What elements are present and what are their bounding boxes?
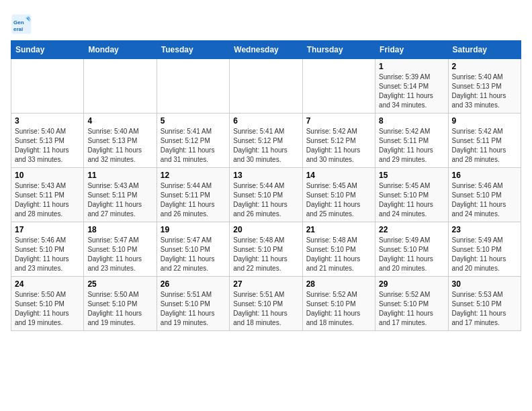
day-info: Sunrise: 5:40 AM Sunset: 5:13 PM Dayligh… [452,73,517,110]
calendar-day-cell: 21Sunrise: 5:48 AM Sunset: 5:10 PM Dayli… [302,222,375,277]
day-number: 13 [233,171,298,180]
day-number: 1 [379,62,444,71]
day-number: 9 [452,116,517,126]
weekday-header-cell: Friday [375,41,448,59]
calendar-day-cell [230,59,302,113]
calendar-day-cell: 23Sunrise: 5:49 AM Sunset: 5:10 PM Dayli… [448,222,521,277]
day-info: Sunrise: 5:44 AM Sunset: 5:10 PM Dayligh… [233,181,298,219]
calendar-day-cell: 29Sunrise: 5:52 AM Sunset: 5:10 PM Dayli… [375,277,448,331]
calendar-week-row: 10Sunrise: 5:43 AM Sunset: 5:11 PM Dayli… [11,168,521,222]
calendar-day-cell: 27Sunrise: 5:51 AM Sunset: 5:10 PM Dayli… [230,277,302,331]
calendar-week-row: 17Sunrise: 5:46 AM Sunset: 5:10 PM Dayli… [11,222,521,277]
calendar-day-cell: 14Sunrise: 5:45 AM Sunset: 5:10 PM Dayli… [302,168,375,222]
day-info: Sunrise: 5:47 AM Sunset: 5:10 PM Dayligh… [161,236,226,273]
calendar-day-cell: 18Sunrise: 5:47 AM Sunset: 5:10 PM Dayli… [84,222,157,277]
day-number: 5 [161,116,226,126]
day-number: 30 [452,279,517,289]
day-info: Sunrise: 5:48 AM Sunset: 5:10 PM Dayligh… [306,236,371,273]
calendar-day-cell: 6Sunrise: 5:41 AM Sunset: 5:12 PM Daylig… [230,113,302,168]
day-info: Sunrise: 5:46 AM Sunset: 5:10 PM Dayligh… [15,236,80,273]
logo-icon: Gen eral [11,13,32,35]
calendar-day-cell: 3Sunrise: 5:40 AM Sunset: 5:13 PM Daylig… [11,113,84,168]
calendar-day-cell: 16Sunrise: 5:46 AM Sunset: 5:10 PM Dayli… [448,168,521,222]
day-info: Sunrise: 5:40 AM Sunset: 5:13 PM Dayligh… [15,127,80,165]
day-number: 6 [233,116,298,126]
calendar-day-cell: 22Sunrise: 5:49 AM Sunset: 5:10 PM Dayli… [375,222,448,277]
day-info: Sunrise: 5:45 AM Sunset: 5:10 PM Dayligh… [379,181,444,219]
day-info: Sunrise: 5:43 AM Sunset: 5:11 PM Dayligh… [15,181,80,219]
day-number: 27 [233,279,298,289]
calendar-day-cell: 13Sunrise: 5:44 AM Sunset: 5:10 PM Dayli… [230,168,302,222]
day-number: 17 [15,225,80,234]
calendar-day-cell: 10Sunrise: 5:43 AM Sunset: 5:11 PM Dayli… [11,168,84,222]
calendar-day-cell: 2Sunrise: 5:40 AM Sunset: 5:13 PM Daylig… [448,59,521,113]
day-info: Sunrise: 5:41 AM Sunset: 5:12 PM Dayligh… [161,127,226,165]
calendar-day-cell: 11Sunrise: 5:43 AM Sunset: 5:11 PM Dayli… [84,168,157,222]
calendar-day-cell: 5Sunrise: 5:41 AM Sunset: 5:12 PM Daylig… [157,113,229,168]
calendar-day-cell: 4Sunrise: 5:40 AM Sunset: 5:13 PM Daylig… [84,113,157,168]
day-number: 4 [87,116,152,126]
weekday-header-cell: Saturday [448,41,521,59]
day-info: Sunrise: 5:52 AM Sunset: 5:10 PM Dayligh… [379,290,444,328]
day-number: 21 [306,225,371,234]
day-number: 22 [379,225,444,234]
day-info: Sunrise: 5:49 AM Sunset: 5:10 PM Dayligh… [379,236,444,273]
day-number: 11 [87,171,152,180]
day-number: 15 [379,171,444,180]
day-info: Sunrise: 5:51 AM Sunset: 5:10 PM Dayligh… [161,290,226,328]
calendar-day-cell [11,59,84,113]
calendar-body: 1Sunrise: 5:39 AM Sunset: 5:14 PM Daylig… [11,59,521,331]
day-info: Sunrise: 5:51 AM Sunset: 5:10 PM Dayligh… [233,290,298,328]
calendar-week-row: 1Sunrise: 5:39 AM Sunset: 5:14 PM Daylig… [11,59,521,113]
day-info: Sunrise: 5:50 AM Sunset: 5:10 PM Dayligh… [15,290,80,328]
day-info: Sunrise: 5:42 AM Sunset: 5:11 PM Dayligh… [379,127,444,165]
day-info: Sunrise: 5:44 AM Sunset: 5:11 PM Dayligh… [161,181,226,219]
calendar-day-cell: 28Sunrise: 5:52 AM Sunset: 5:10 PM Dayli… [302,277,375,331]
day-info: Sunrise: 5:43 AM Sunset: 5:11 PM Dayligh… [87,181,152,219]
day-info: Sunrise: 5:39 AM Sunset: 5:14 PM Dayligh… [379,73,444,110]
day-info: Sunrise: 5:40 AM Sunset: 5:13 PM Dayligh… [87,127,152,165]
day-number: 19 [161,225,226,234]
day-info: Sunrise: 5:50 AM Sunset: 5:10 PM Dayligh… [87,290,152,328]
calendar-day-cell: 20Sunrise: 5:48 AM Sunset: 5:10 PM Dayli… [230,222,302,277]
calendar-day-cell: 7Sunrise: 5:42 AM Sunset: 5:12 PM Daylig… [302,113,375,168]
calendar-day-cell: 15Sunrise: 5:45 AM Sunset: 5:10 PM Dayli… [375,168,448,222]
calendar-day-cell: 17Sunrise: 5:46 AM Sunset: 5:10 PM Dayli… [11,222,84,277]
calendar-week-row: 24Sunrise: 5:50 AM Sunset: 5:10 PM Dayli… [11,277,521,331]
day-number: 20 [233,225,298,234]
day-number: 7 [306,116,371,126]
day-number: 18 [87,225,152,234]
page-header: Gen eral [11,11,521,35]
calendar-day-cell: 12Sunrise: 5:44 AM Sunset: 5:11 PM Dayli… [157,168,229,222]
day-number: 3 [15,116,80,126]
calendar-day-cell: 19Sunrise: 5:47 AM Sunset: 5:10 PM Dayli… [157,222,229,277]
day-number: 2 [452,62,517,71]
calendar-week-row: 3Sunrise: 5:40 AM Sunset: 5:13 PM Daylig… [11,113,521,168]
calendar-day-cell: 25Sunrise: 5:50 AM Sunset: 5:10 PM Dayli… [84,277,157,331]
calendar-day-cell [302,59,375,113]
weekday-header-cell: Sunday [11,41,84,59]
day-info: Sunrise: 5:52 AM Sunset: 5:10 PM Dayligh… [306,290,371,328]
calendar-day-cell: 8Sunrise: 5:42 AM Sunset: 5:11 PM Daylig… [375,113,448,168]
calendar-day-cell: 9Sunrise: 5:42 AM Sunset: 5:11 PM Daylig… [448,113,521,168]
weekday-header-cell: Tuesday [157,41,229,59]
calendar-day-cell: 30Sunrise: 5:53 AM Sunset: 5:10 PM Dayli… [448,277,521,331]
day-info: Sunrise: 5:46 AM Sunset: 5:10 PM Dayligh… [452,181,517,219]
day-number: 28 [306,279,371,289]
day-info: Sunrise: 5:47 AM Sunset: 5:10 PM Dayligh… [87,236,152,273]
day-number: 14 [306,171,371,180]
calendar-day-cell: 24Sunrise: 5:50 AM Sunset: 5:10 PM Dayli… [11,277,84,331]
day-number: 25 [87,279,152,289]
day-number: 10 [15,171,80,180]
logo: Gen eral [11,13,35,35]
calendar-day-cell [84,59,157,113]
day-info: Sunrise: 5:41 AM Sunset: 5:12 PM Dayligh… [233,127,298,165]
weekday-header-row: SundayMondayTuesdayWednesdayThursdayFrid… [11,41,521,59]
day-number: 16 [452,171,517,180]
svg-text:Gen: Gen [13,19,24,26]
calendar-day-cell: 1Sunrise: 5:39 AM Sunset: 5:14 PM Daylig… [375,59,448,113]
day-info: Sunrise: 5:48 AM Sunset: 5:10 PM Dayligh… [233,236,298,273]
day-number: 12 [161,171,226,180]
day-number: 8 [379,116,444,126]
weekday-header-cell: Wednesday [230,41,302,59]
